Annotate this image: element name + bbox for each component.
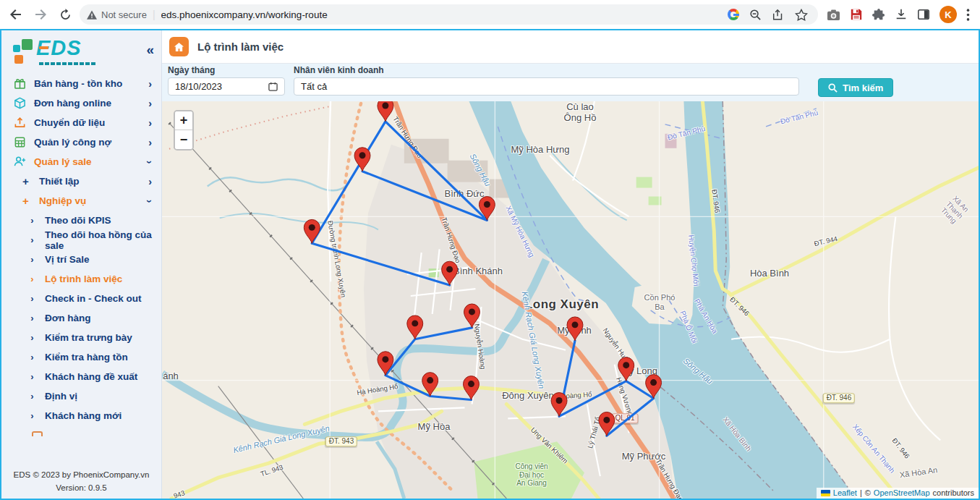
sidebar-collapse-icon[interactable]: « xyxy=(146,42,154,58)
sidebar-item-label: Đơn hàng xyxy=(45,313,91,323)
staff-select[interactable]: Tất cả xyxy=(294,77,799,96)
chevron-right-icon: › xyxy=(26,214,38,226)
address-separator: | xyxy=(153,9,155,20)
sidebar-item-8[interactable]: ›Theo dõi hoa hồng của sale xyxy=(1,230,161,250)
chevron-right-icon: › xyxy=(26,351,38,363)
app-frame: EDS « Bán hàng - tồn kho›Đơn hàng online… xyxy=(0,29,980,500)
sidebar-item-label: Chuyển dữ liệu xyxy=(34,117,105,128)
ukraine-flag-icon xyxy=(821,490,830,496)
sidebar-item-9[interactable]: ›Vị trí Sale xyxy=(1,250,161,269)
reload-icon[interactable] xyxy=(55,4,75,25)
sidebar-item-13[interactable]: ›Kiểm tra trưng bày xyxy=(1,328,161,347)
eds-logo-tagline xyxy=(39,62,97,65)
plus-icon: + xyxy=(20,195,32,207)
cube-icon xyxy=(14,97,26,109)
map-attribution: Leaflet | © OpenStreetMap contributors xyxy=(817,488,979,499)
chevron-right-icon: › xyxy=(26,331,38,344)
address-bar[interactable]: Not secure | eds.phoenixcompany.vn/worki… xyxy=(80,4,818,25)
profile-avatar[interactable]: K xyxy=(939,6,957,23)
leaflet-link[interactable]: Leaflet xyxy=(833,488,857,497)
map-zoom-control: + − xyxy=(174,110,194,151)
google-icon[interactable] xyxy=(728,9,739,20)
date-input[interactable]: 18/10/2023 xyxy=(168,77,285,96)
chevron-down-icon: › xyxy=(145,160,156,164)
sidebar-footer: EDS © 2023 by PhoenixCompany.vn Version:… xyxy=(1,468,161,499)
sidebar-item-2[interactable]: Chuyển dữ liệu› xyxy=(1,113,161,132)
chevron-right-icon: › xyxy=(26,273,38,285)
sidebar-item-label: Quản lý sale xyxy=(34,156,92,167)
sidebar-item-label: Check in - Check out xyxy=(45,293,142,304)
download-icon[interactable] xyxy=(895,8,908,21)
sidebar-item-label: Lộ trình làm việc xyxy=(45,274,122,284)
camera-icon[interactable] xyxy=(827,9,840,21)
home-icon xyxy=(174,42,184,52)
sidebar-item-3[interactable]: Quản lý công nợ› xyxy=(1,132,161,152)
sidebar-item-6[interactable]: +Nghiệp vụ› xyxy=(1,191,161,211)
sidebar-item-label: Khách hàng đề xuất xyxy=(45,371,137,382)
forward-icon[interactable] xyxy=(30,4,51,25)
extensions-puzzle-icon[interactable] xyxy=(872,8,885,21)
sidebar-item-11[interactable]: ›Check in - Check out xyxy=(1,289,161,308)
sidebar-item-label: Theo dõi hoa hồng của sale xyxy=(45,229,161,251)
not-secure-warning[interactable]: Not secure xyxy=(87,9,147,20)
sidebar-item-label: Theo dõi KPIS xyxy=(45,215,111,226)
date-label: Ngày tháng xyxy=(168,65,285,75)
gift-icon xyxy=(14,77,26,90)
eds-logo[interactable]: EDS « xyxy=(1,30,161,72)
search-button[interactable]: Tìm kiếm xyxy=(818,78,893,97)
osm-link[interactable]: OpenStreetMap xyxy=(874,488,930,497)
sidebar-item-14[interactable]: ›Kiểm tra hàng tồn xyxy=(1,347,161,367)
browser-toolbar: Not secure | eds.phoenixcompany.vn/worki… xyxy=(0,0,980,29)
sidebar-item-7[interactable]: ›Theo dõi KPIS xyxy=(1,211,161,230)
sidebar-menu: Bán hàng - tồn kho›Đơn hàng online›Chuyể… xyxy=(1,72,161,468)
home-button[interactable] xyxy=(169,37,189,56)
back-icon[interactable] xyxy=(6,4,26,25)
url-text[interactable]: eds.phoenixcompany.vn/working-route xyxy=(161,9,722,20)
sidebar-item-label: Đơn hàng online xyxy=(34,98,111,109)
sidebar-item-12[interactable]: ›Đơn hàng xyxy=(1,308,161,328)
zoom-out-button[interactable]: − xyxy=(175,130,192,149)
cut-menu-icon xyxy=(32,431,43,436)
chevron-right-icon: › xyxy=(26,390,38,402)
warning-icon xyxy=(87,10,97,20)
eds-logo-mark xyxy=(12,36,36,65)
sidebar-item-15[interactable]: ›Khách hàng đề xuất xyxy=(1,367,161,386)
split-screen-icon[interactable] xyxy=(917,8,930,21)
sidebar-item-label: Định vị xyxy=(45,391,77,402)
map-canvas[interactable]: Cù lao Ông HồMỹ Hòa HưngBình ĐứcBình Khá… xyxy=(162,101,979,499)
sidebar-item-label: Bán hàng - tồn kho xyxy=(34,78,122,89)
sidebar-item-1[interactable]: Đơn hàng online› xyxy=(1,93,161,113)
chevron-right-icon: › xyxy=(148,137,152,148)
sidebar-item-10[interactable]: ›Lộ trình làm việc xyxy=(1,269,161,289)
chevron-right-icon: › xyxy=(26,370,38,383)
sidebar-item-16[interactable]: ›Định vị xyxy=(1,386,161,406)
save-extension-icon[interactable] xyxy=(850,8,863,21)
sidebar-item-label: Kiểm tra hàng tồn xyxy=(45,352,128,363)
zoom-in-button[interactable]: + xyxy=(175,111,192,130)
sidebar-item-label: Thiết lập xyxy=(39,176,80,187)
chevron-right-icon: › xyxy=(148,78,152,90)
version-text: Version: 0.9.5 xyxy=(1,481,161,494)
chevron-right-icon: › xyxy=(26,234,38,246)
sidebar-item-label: Nghiệp vụ xyxy=(39,195,86,206)
user-plus-icon xyxy=(14,156,26,168)
zoom-out-icon[interactable] xyxy=(749,9,762,21)
basemap xyxy=(162,101,979,499)
sidebar-item-17[interactable]: ›Khách hàng mới xyxy=(1,406,161,425)
copyright-text: EDS © 2023 by PhoenixCompany.vn xyxy=(1,468,161,481)
chevron-right-icon: › xyxy=(26,410,38,422)
sidebar-item-0[interactable]: Bán hàng - tồn kho› xyxy=(1,74,161,93)
menu-dots-icon[interactable] xyxy=(966,9,970,21)
chevron-right-icon: › xyxy=(148,176,152,187)
calendar-icon[interactable] xyxy=(268,82,278,91)
upload-icon xyxy=(14,116,26,129)
sidebar-item-4[interactable]: Quản lý sale› xyxy=(1,152,161,171)
ledger-icon xyxy=(14,136,26,148)
share-icon[interactable] xyxy=(772,9,785,21)
not-secure-label: Not secure xyxy=(101,9,147,20)
page-header: Lộ trình làm việc xyxy=(162,30,979,64)
chevron-right-icon: › xyxy=(148,117,152,129)
sidebar-item-5[interactable]: +Thiết lập› xyxy=(1,171,161,191)
bookmark-star-icon[interactable] xyxy=(795,9,808,21)
sidebar-item-label: Quản lý công nợ xyxy=(34,137,111,148)
